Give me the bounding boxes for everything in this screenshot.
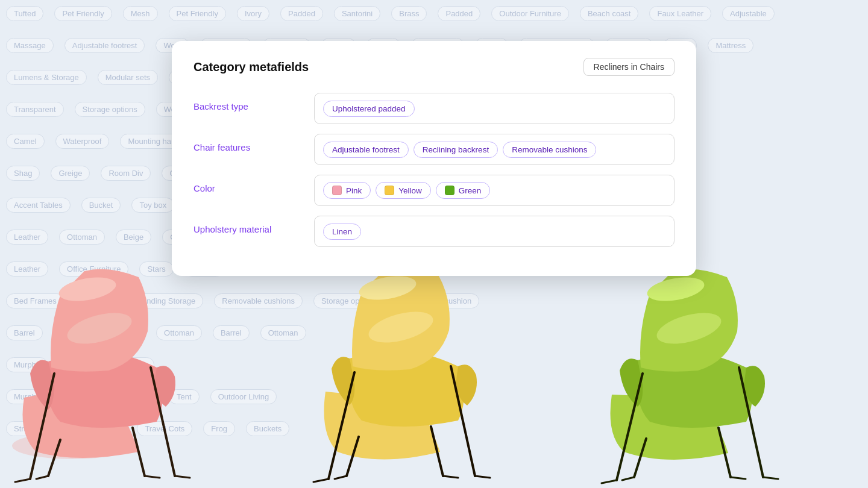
svg-line-20	[475, 476, 490, 478]
metafield-label: Chair features	[193, 134, 314, 152]
color-pill[interactable]: Pink	[323, 182, 371, 199]
bg-tag-item: Shag	[6, 166, 40, 181]
bg-tag-item: Room Div	[101, 166, 151, 181]
bg-tag-item: Outdoor Furniture	[491, 6, 569, 21]
color-label: Yellow	[398, 186, 422, 195]
svg-line-15	[335, 476, 347, 479]
color-swatch	[385, 186, 394, 195]
tag-pill[interactable]: Upholstered padded	[323, 101, 415, 117]
tag-row: TuftedPet FriendlyMeshPet FriendlyIvoryP…	[6, 6, 862, 21]
svg-line-16	[443, 476, 458, 478]
svg-line-28	[602, 480, 617, 483]
metafield-value-box: Upholstered padded	[314, 93, 675, 124]
bg-tag-item: Padded	[438, 6, 480, 21]
metafield-label: Backrest type	[193, 93, 314, 111]
bg-tag-item: Pet Friendly	[169, 6, 226, 21]
color-swatch	[445, 186, 454, 195]
svg-line-30	[763, 477, 778, 479]
color-swatch	[332, 186, 342, 195]
svg-line-25	[622, 477, 634, 480]
category-badge[interactable]: Recliners in Chairs	[583, 58, 675, 76]
svg-line-5	[36, 476, 48, 479]
bg-tag-item: Massage	[6, 38, 54, 53]
modal-card: Category metafields Recliners in Chairs …	[172, 41, 696, 276]
tag-pill[interactable]: Removable cushions	[503, 142, 596, 158]
bg-tag-item: Modular sets	[98, 70, 158, 85]
bg-tag-item: Storage options	[75, 102, 145, 117]
tag-pill[interactable]: Adjustable footrest	[323, 142, 409, 158]
svg-line-6	[145, 476, 160, 478]
bg-tag-item: Adjustable footrest	[64, 38, 145, 53]
svg-line-26	[731, 477, 746, 479]
bg-tag-item: Waterproof	[55, 134, 110, 149]
bg-tag-item: Camel	[6, 134, 45, 149]
bg-tag-item: Brass	[391, 6, 427, 21]
bg-tag-item: Transparent	[6, 102, 64, 117]
bg-tag-item: Faux Leather	[649, 6, 711, 21]
color-label: Green	[459, 186, 482, 195]
metafield-row: Backrest typeUpholstered padded	[193, 93, 675, 124]
metafield-label: Color	[193, 175, 314, 193]
bg-tag-item: Lumens & Storage	[6, 70, 87, 85]
metafield-row: Upholstery materialLinen	[193, 216, 675, 247]
modal-header: Category metafields Recliners in Chairs	[193, 58, 675, 76]
tag-pill[interactable]: Reclining backrest	[414, 142, 498, 158]
metafield-value-box: PinkYellowGreen	[314, 175, 675, 206]
modal-title: Category metafields	[193, 60, 309, 74]
color-pill[interactable]: Yellow	[376, 182, 431, 199]
metafield-value-box: Adjustable footrestReclining backrestRem…	[314, 134, 675, 165]
bg-tag-item: Adjustable	[722, 6, 775, 21]
bg-tag-item: Pet Friendly	[54, 6, 112, 21]
color-pill[interactable]: Green	[436, 182, 491, 199]
bg-tag-item: Santorini	[334, 6, 380, 21]
svg-line-10	[175, 476, 190, 478]
bg-tag-item: Padded	[280, 6, 323, 21]
svg-line-18	[313, 479, 329, 482]
color-label: Pink	[346, 186, 362, 195]
bg-tag-item: Beach coast	[580, 6, 639, 21]
bg-tag-item: Mesh	[123, 6, 158, 21]
metafield-row: Chair featuresAdjustable footrestReclini…	[193, 134, 675, 165]
metafield-value-box: Linen	[314, 216, 675, 247]
tag-pill[interactable]: Linen	[323, 224, 361, 240]
bg-tag-item: Mattress	[708, 38, 753, 53]
metafield-row: ColorPinkYellowGreen	[193, 175, 675, 206]
bg-tag-item: Tufted	[6, 6, 43, 21]
bg-tag-item: Greige	[51, 166, 90, 181]
bg-tag-item: Ivory	[237, 6, 269, 21]
svg-line-8	[15, 479, 30, 482]
metafield-label: Upholstery material	[193, 216, 314, 234]
metafields-container: Backrest typeUpholstered paddedChair fea…	[193, 93, 675, 247]
